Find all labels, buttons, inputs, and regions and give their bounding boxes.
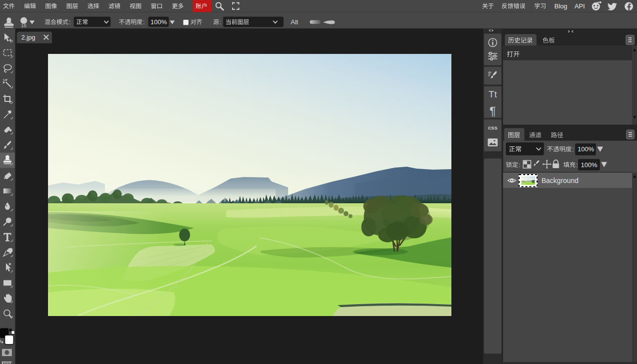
svg-text:2.jpg: 2.jpg	[21, 34, 35, 41]
svg-text:100%: 100%	[581, 161, 598, 169]
svg-text::: :	[519, 162, 520, 169]
svg-text:¶: ¶	[490, 104, 496, 118]
svg-text:100%: 100%	[150, 18, 167, 26]
svg-text:Blog: Blog	[554, 2, 567, 10]
svg-text::: :	[576, 162, 578, 169]
svg-text:100%: 100%	[578, 145, 594, 153]
svg-text:Background: Background	[541, 177, 579, 184]
svg-text:Tt: Tt	[489, 89, 497, 99]
svg-text:15: 15	[21, 23, 27, 28]
svg-text:css: css	[488, 125, 497, 131]
svg-text:Alt: Alt	[291, 18, 298, 26]
svg-text::: :	[143, 19, 145, 26]
svg-text::: :	[69, 19, 70, 26]
svg-text::: :	[220, 19, 221, 26]
svg-text::: :	[572, 146, 574, 153]
svg-text:API: API	[575, 2, 585, 10]
